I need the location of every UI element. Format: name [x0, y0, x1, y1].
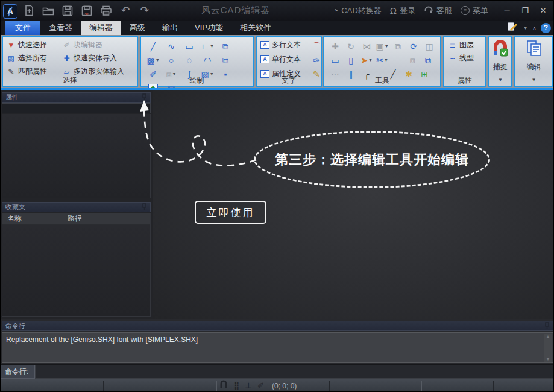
text-style-button[interactable]: ✑: [309, 53, 324, 67]
menu-file[interactable]: 文件: [5, 21, 40, 35]
favorites-col-name[interactable]: 名称: [2, 213, 63, 224]
viewport-tool[interactable]: ▣▼: [374, 39, 390, 53]
arc-text-button[interactable]: ⌒: [309, 39, 324, 53]
menu-viewer[interactable]: 查看器: [40, 21, 81, 35]
scroll-up-icon[interactable]: ▲: [544, 334, 552, 338]
boundary-tool[interactable]: ▩▼: [144, 53, 162, 67]
commandline-log[interactable]: Replacement of the [Geniso.SHX] font wit…: [2, 332, 553, 363]
commandline-header[interactable]: 命令行: [2, 321, 553, 331]
draft-toggle-icon[interactable]: ✐: [257, 382, 264, 390]
copy-object-tool[interactable]: ⧉: [216, 53, 235, 67]
cursor-select-tool[interactable]: ➤▼: [359, 53, 374, 67]
single-text-button[interactable]: A单行文本: [260, 54, 304, 65]
edit-dropdown-caret[interactable]: ▼: [532, 77, 537, 83]
circle-tool[interactable]: ○: [162, 53, 180, 67]
help-button[interactable]: ?: [541, 23, 551, 33]
close-button[interactable]: ✕: [535, 4, 551, 17]
grid-toggle-icon[interactable]: ⣿: [233, 382, 239, 390]
menu-button[interactable]: ≡ 菜单: [458, 5, 491, 16]
select-all-button-icon: ▧: [7, 54, 16, 63]
new-file-icon[interactable]: [22, 4, 36, 17]
trim-tool[interactable]: ✂▼: [374, 53, 390, 67]
insert-block-tool[interactable]: ⧉: [216, 39, 235, 53]
dropdown-caret-icon[interactable]: ▼: [384, 58, 388, 62]
menu-editor[interactable]: 编辑器: [81, 21, 121, 35]
use-now-button[interactable]: 立即使用: [195, 201, 266, 224]
pin-icon[interactable]: [142, 203, 147, 212]
dropdown-caret-icon[interactable]: ▼: [210, 44, 214, 48]
grid-spacer: [390, 53, 404, 67]
stretch-tool[interactable]: ▭: [327, 53, 343, 67]
ribbon-group-tools: ✚↻⋈▣▼⧉⟳◫▭▯➤▼✂▼⧈⧉⋯∥╭╱✱⊞ 工具: [323, 36, 441, 87]
favorites-col-path[interactable]: 路径: [63, 213, 82, 224]
dropdown-caret-icon[interactable]: ▼: [385, 44, 389, 48]
edit-button[interactable]: 编辑 ▼: [514, 36, 553, 87]
dropdown-caret-icon[interactable]: ▼: [156, 58, 160, 62]
line-tool[interactable]: ╱: [144, 39, 162, 53]
dropdown-caret-icon[interactable]: ▼: [368, 58, 373, 62]
edit-docs-icon: [525, 39, 543, 61]
menu-icon: ≡: [461, 6, 470, 15]
scroll-down-icon[interactable]: ▼: [544, 357, 552, 361]
favorites-panel-header[interactable]: 收藏夹: [2, 202, 151, 212]
customize-caret-icon[interactable]: ▼: [523, 25, 528, 31]
converter-icon: ◔: [333, 6, 338, 15]
chevron-down-icon: ▼: [142, 106, 150, 112]
stretch-alt-tool[interactable]: ▯: [343, 53, 359, 67]
mirror-tool[interactable]: ⋈: [359, 39, 374, 53]
block-editor-button-label: 块编辑器: [74, 40, 102, 50]
copy-tool[interactable]: ⧉: [390, 39, 406, 53]
rotate-copy-tool[interactable]: ⟳: [406, 39, 421, 53]
properties-panel-header[interactable]: 属性: [2, 92, 151, 103]
rotate-tool[interactable]: ↻: [343, 39, 359, 53]
edit-label: 编辑: [527, 62, 541, 72]
menu-related[interactable]: 相关软件: [231, 21, 280, 35]
pin-icon[interactable]: [544, 322, 550, 330]
snap-button[interactable]: 捕捉 ▼: [488, 36, 512, 87]
polyline-tool[interactable]: ∟▼: [198, 39, 216, 53]
ortho-toggle-icon[interactable]: ⊥: [245, 382, 252, 390]
undo-icon[interactable]: ↶: [119, 4, 132, 17]
move-tool[interactable]: ✚: [327, 39, 343, 53]
support-button[interactable]: 客服: [421, 5, 455, 16]
offset-panel-tool[interactable]: ◫: [421, 39, 437, 53]
mtext-button[interactable]: A多行文本: [260, 39, 304, 51]
menu-output[interactable]: 输出: [154, 21, 186, 35]
ellipse-tool[interactable]: ◌: [180, 53, 198, 67]
array-tool[interactable]: ⧈: [404, 53, 420, 67]
layers-button[interactable]: ≣图层: [448, 39, 485, 51]
commandline-input[interactable]: [35, 365, 554, 379]
print-icon[interactable]: [99, 4, 113, 17]
statusbar-divider: [329, 381, 330, 391]
properties-selector[interactable]: ▼: [2, 103, 151, 113]
statusbar-divider: [421, 381, 421, 391]
commandline-scrollbar[interactable]: ▲ ▼: [544, 334, 552, 362]
arc-tool[interactable]: ◠: [198, 53, 216, 67]
line-tool-icon: ╱: [151, 42, 156, 51]
menu-advanced[interactable]: 高级: [121, 21, 154, 35]
paste-tool[interactable]: ⧉: [420, 53, 436, 67]
menu-vip[interactable]: VIP功能: [186, 21, 231, 35]
select-all-button[interactable]: ▧选择所有: [7, 52, 62, 64]
sketch-tool[interactable]: ∿: [162, 39, 180, 53]
login-button[interactable]: Ω 登录: [388, 5, 418, 16]
block-editor-button-icon: ✐: [62, 41, 71, 49]
save-icon[interactable]: [61, 4, 74, 17]
cad-converter-button[interactable]: ◔ CAD转换器: [330, 5, 384, 16]
quick-select-button[interactable]: ▼快速选择: [7, 39, 62, 51]
snap-toggle-icon[interactable]: [219, 380, 228, 391]
customize-toolbar-icon[interactable]: [507, 22, 519, 34]
minimize-button[interactable]: ─: [499, 4, 515, 17]
collapse-ribbon-icon[interactable]: ∧: [532, 25, 537, 31]
linetype-button[interactable]: ┅线型: [448, 52, 485, 64]
rectangle-tool[interactable]: ▭: [180, 39, 198, 53]
redo-icon[interactable]: ↷: [138, 4, 151, 17]
quick-entity-import-button[interactable]: ✚快速实体导入: [62, 52, 137, 64]
snap-dropdown-caret[interactable]: ▼: [498, 77, 503, 83]
open-file-icon[interactable]: [42, 4, 55, 17]
save-pdf-icon[interactable]: PDF: [80, 4, 93, 17]
block-editor-button[interactable]: ✐块编辑器: [62, 39, 137, 51]
single-text-button-label: 单行文本: [272, 54, 301, 65]
maximize-button[interactable]: ❐: [517, 4, 533, 17]
pin-icon[interactable]: [142, 93, 147, 102]
